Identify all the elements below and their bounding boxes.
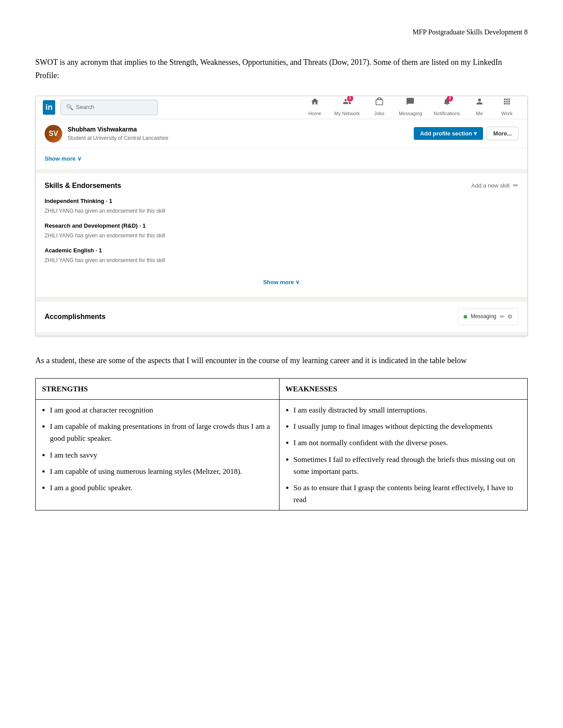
messaging-settings-icon[interactable]: ⚙ — [507, 312, 513, 322]
page-header-text: MFP Postgraduate Skills Development 8 — [412, 28, 528, 36]
show-more-top-container: Show more ∨ — [36, 148, 527, 169]
skills-section: Skills & Endorsements Add a new skill ✏ … — [36, 173, 527, 297]
messaging-bar-label: Messaging — [471, 312, 496, 321]
skill-endorsement: ZHILI YANG has given an endorsement for … — [45, 256, 518, 265]
dropdown-chevron-icon: ▾ — [474, 130, 477, 137]
list-item: I am capable of making presentations in … — [50, 420, 273, 444]
list-item: Sometimes I fail to effectively read thr… — [294, 454, 521, 477]
show-more-top-link[interactable]: Show more ∨ — [45, 155, 82, 162]
linkedin-screenshot: in 🔍 Search Home 1 My Network — [35, 96, 528, 337]
avatar: SV — [45, 125, 62, 143]
weaknesses-cell: I am easily distracted by small interrup… — [279, 400, 527, 510]
weaknesses-list: I am easily distracted by small interrup… — [286, 404, 521, 506]
profile-bar: SV Shubham Vishwakarma Student at Univer… — [36, 119, 527, 149]
accomplishments-title: Accomplishments — [45, 311, 106, 323]
messaging-bar[interactable]: Messaging ✏ ⚙ — [458, 308, 518, 326]
list-item: I am tech savvy — [50, 449, 273, 461]
list-item: I am a good public speaker. — [50, 482, 273, 494]
list-item: I am capable of using numerous learning … — [50, 465, 273, 477]
search-placeholder: Search — [76, 103, 94, 112]
skills-title: Skills & Endorsements — [45, 180, 121, 191]
linkedin-navbar: in 🔍 Search Home 1 My Network — [36, 96, 527, 119]
skills-show-more-link[interactable]: Show more ∨ — [263, 279, 300, 285]
list-item: I am easily distracted by small interrup… — [294, 404, 521, 416]
nav-work[interactable]: Work — [494, 96, 520, 120]
profile-subtitle: Student at University of Central Lancash… — [68, 134, 408, 143]
notifications-badge: 2 — [447, 96, 453, 101]
accomplishments-section: Accomplishments Messaging ✏ ⚙ — [36, 301, 527, 333]
skills-actions: Add a new skill ✏ — [471, 181, 518, 191]
skill-item: Independent Thinking · 1 ZHILI YANG has … — [45, 197, 518, 215]
jobs-icon — [375, 97, 384, 110]
profile-name: Shubham Vishwakarma — [68, 124, 408, 134]
messaging-label: Messaging — [399, 110, 422, 118]
skills-edit-icon[interactable]: ✏ — [513, 181, 518, 191]
me-label: Me — [476, 110, 483, 118]
messaging-status-dot — [464, 315, 467, 319]
nav-home[interactable]: Home — [302, 96, 328, 120]
nav-network[interactable]: 1 My Network — [329, 96, 365, 120]
nav-jobs[interactable]: Jobs — [366, 96, 393, 120]
list-item: I usually jump to final images without d… — [294, 420, 521, 432]
list-item: I am not normally confident with the div… — [294, 437, 521, 449]
messaging-icons: ✏ ⚙ — [500, 312, 513, 322]
skill-endorsement: ZHILI YANG has given an endorsement for … — [45, 207, 518, 215]
messaging-icon — [406, 97, 415, 110]
avatar-initials: SV — [49, 128, 58, 139]
home-label: Home — [308, 110, 321, 118]
add-profile-section-button[interactable]: Add profile section ▾ — [414, 127, 483, 140]
jobs-label: Jobs — [374, 110, 384, 118]
notifications-label: Notifications — [434, 110, 460, 118]
search-icon: 🔍 — [66, 103, 73, 112]
intro-paragraph: SWOT is any acronym that implies to the … — [35, 56, 528, 83]
notifications-icon: 2 — [442, 97, 451, 110]
strengths-header: STRENGTHS — [36, 378, 280, 399]
nav-me[interactable]: Me — [466, 96, 493, 120]
more-button[interactable]: More... — [487, 127, 518, 140]
work-icon — [503, 97, 511, 110]
skill-name: Academic English · 1 — [45, 246, 518, 255]
add-profile-label: Add profile section — [420, 130, 472, 137]
me-icon — [475, 97, 484, 110]
skill-name: Research and Development (R&D) · 1 — [45, 221, 518, 231]
network-label: My Network — [334, 110, 360, 118]
work-label: Work — [501, 110, 512, 118]
skill-item: Academic English · 1 ZHILI YANG has give… — [45, 246, 518, 265]
network-icon: 1 — [343, 97, 351, 110]
home-icon — [310, 97, 319, 110]
nav-messaging[interactable]: Messaging — [393, 96, 427, 120]
nav-notifications[interactable]: 2 Notifications — [428, 96, 465, 120]
network-badge: 1 — [347, 96, 353, 101]
nav-items: Home 1 My Network Jobs Messaging — [302, 96, 520, 120]
skills-show-more-container: Show more ∨ — [45, 271, 518, 290]
messaging-edit-icon[interactable]: ✏ — [500, 312, 505, 322]
body-paragraph: As a student, these are some of the aspe… — [35, 354, 528, 368]
skill-item: Research and Development (R&D) · 1 ZHILI… — [45, 221, 518, 240]
page-header: MFP Postgraduate Skills Development 8 — [35, 26, 528, 38]
linkedin-logo: in — [43, 100, 55, 115]
profile-info: Shubham Vishwakarma Student at Universit… — [68, 124, 408, 143]
weaknesses-header: WEAKNESSES — [279, 378, 527, 399]
swot-table: STRENGTHS WEAKNESSES I am good at charac… — [35, 378, 528, 511]
skills-section-header: Skills & Endorsements Add a new skill ✏ — [45, 180, 518, 191]
skill-name: Independent Thinking · 1 — [45, 197, 518, 206]
strengths-cell: I am good at character recognition I am … — [36, 400, 280, 510]
strengths-list: I am good at character recognition I am … — [42, 404, 273, 494]
add-skill-label: Add a new skill — [471, 181, 510, 191]
search-box[interactable]: 🔍 Search — [60, 100, 158, 115]
list-item: I am good at character recognition — [50, 404, 273, 416]
profile-actions: Add profile section ▾ More... — [414, 127, 518, 140]
skill-endorsement: ZHILI YANG has given an endorsement for … — [45, 232, 518, 240]
list-item: So as to ensure that I grasp the content… — [294, 482, 521, 506]
